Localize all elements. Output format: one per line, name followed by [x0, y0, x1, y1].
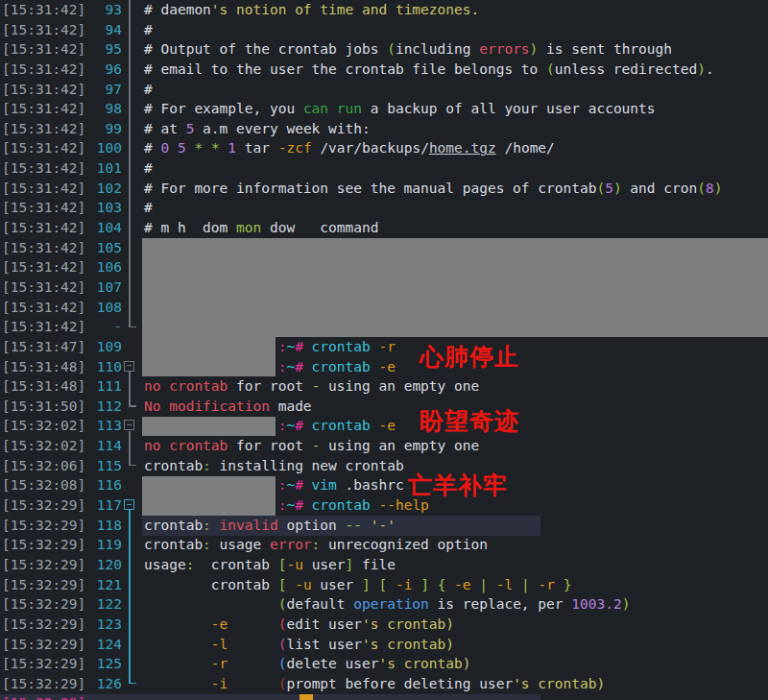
text-segment: --help: [371, 497, 429, 513]
fold-guide-line: [129, 0, 131, 326]
line-content: -r (delete user's crontab): [144, 654, 768, 674]
fold-toggle-icon[interactable]: [124, 499, 134, 510]
text-segment: #: [295, 418, 303, 433]
timestamp: [15:31:42]: [0, 179, 86, 199]
log-row[interactable]: [15:32:02]114no crontab for root - using…: [0, 436, 768, 456]
text-segment: [445, 577, 454, 592]
text-segment: [144, 596, 278, 612]
log-row[interactable]: [15:31:48]111no crontab for root - using…: [0, 376, 768, 397]
fold-toggle-icon[interactable]: [124, 420, 134, 430]
fold-gutter: [122, 298, 144, 318]
log-row[interactable]: [15:32:29]120usage: crontab [-u user] fi…: [0, 555, 768, 575]
log-row[interactable]: [15:32:29]122 (default operation is repl…: [0, 594, 768, 615]
line-number: 107: [86, 278, 122, 298]
text-segment: for root: [228, 378, 311, 394]
text-segment: [488, 577, 496, 592]
text-segment: -u: [295, 577, 311, 592]
line-content: # Output of the crontab jobs (including …: [144, 39, 768, 60]
log-row[interactable]: [15:31:47]109 :~# crontab -r: [0, 337, 768, 357]
log-row[interactable]: [15:31:42]101#: [0, 158, 768, 179]
timestamp: [15:31:42]: [0, 99, 86, 119]
text-segment: -e: [211, 616, 228, 632]
text-segment: # For example, you: [144, 101, 303, 116]
text-segment: [228, 616, 277, 632]
fold-guide-line: [129, 510, 131, 683]
log-row[interactable]: [15:31:50]112No modification made: [0, 397, 768, 417]
text-segment: #: [295, 497, 303, 513]
log-row[interactable]: [15:32:29]125 -r (delete user's crontab): [0, 654, 768, 674]
fold-gutter: [122, 257, 144, 278]
log-row[interactable]: [15:31:42]95# Output of the crontab jobs…: [0, 39, 768, 60]
text-segment: list user: [286, 637, 362, 652]
text-segment: :: [203, 518, 211, 533]
line-number: 112: [86, 397, 122, 417]
text-segment: [429, 577, 438, 592]
text-segment: .: [706, 61, 714, 77]
log-row[interactable]: [15:31:42]94#: [0, 20, 768, 40]
text-segment: No modification: [144, 398, 270, 414]
log-row[interactable]: [15:32:02]113 :~# crontab -e: [0, 416, 768, 436]
text-segment: vim: [303, 477, 337, 493]
line-number: 95: [86, 39, 122, 60]
timestamp: [15:32:29]: [0, 516, 86, 536]
fold-toggle-icon[interactable]: [124, 361, 134, 372]
fold-gutter: [122, 436, 144, 456]
text-segment: *: [211, 140, 220, 156]
line-number: [86, 693, 122, 700]
log-row[interactable]: [15:32:08]116 :~# vim .bashrc: [0, 475, 768, 495]
line-content: #: [144, 80, 768, 100]
line-number: 113: [86, 416, 122, 436]
line-content: -l (list user's crontab): [144, 635, 768, 655]
fold-gutter: [122, 674, 144, 694]
log-row[interactable]: [15:32:29]117 :~# crontab --help: [0, 495, 768, 516]
text-segment: [286, 577, 295, 592]
log-row[interactable]: [15:31:42]99# at 5 a.m every week with:: [0, 119, 768, 139]
text-segment: 's notion of time and timezones.: [211, 2, 479, 17]
fold-guide-line: [129, 372, 131, 406]
text-segment: default: [286, 596, 353, 612]
text-segment: /home/: [496, 140, 555, 156]
line-number: 93: [86, 0, 122, 20]
log-row[interactable]: [15:32:29]126 -i (prompt before deleting…: [0, 674, 768, 694]
text-segment: 5: [605, 181, 613, 196]
log-row[interactable]: [15:31:42]97#: [0, 80, 768, 100]
line-number: 122: [86, 594, 122, 615]
line-number: 125: [86, 654, 122, 674]
log-row[interactable]: [15:32:06]115crontab: installing new cro…: [0, 456, 768, 476]
text-segment: #: [144, 22, 153, 37]
line-content: (default operation is replace, per 1003.…: [144, 594, 768, 615]
log-row[interactable]: [15:31:42]93# daemon's notion of time an…: [0, 0, 768, 20]
log-row[interactable]: [15:31:42]102# For more information see …: [0, 179, 768, 199]
text-segment: [471, 577, 480, 592]
text-segment: 1: [228, 140, 236, 156]
fold-gutter: [122, 495, 144, 516]
text-segment: can run: [303, 101, 362, 116]
text-segment: # Output of the crontab jobs: [144, 41, 387, 57]
log-row[interactable]: [15:31:42]104# m h dom mon dow command: [0, 218, 768, 238]
log-row[interactable]: [15:31:48]110 :~# crontab -e: [0, 357, 768, 377]
line-number: 114: [86, 436, 122, 456]
log-row[interactable]: [15:32:29]119crontab: usage error: unrec…: [0, 535, 768, 555]
text-segment: -r: [538, 577, 554, 592]
log-row[interactable]: [15:32:29]: [0, 693, 768, 700]
timestamp: [15:31:42]: [0, 0, 86, 20]
log-row[interactable]: [15:32:29]123 -e (edit user's crontab): [0, 615, 768, 635]
log-row[interactable]: [15:31:42]100# 0 5 * * 1 tar -zcf /var/b…: [0, 138, 768, 158]
text-segment: tar: [236, 140, 278, 156]
line-number: 126: [86, 674, 122, 694]
log-row[interactable]: [15:31:42]103#: [0, 198, 768, 218]
log-row[interactable]: [15:31:42]98# For example, you can run a…: [0, 99, 768, 119]
text-segment: crontab: [303, 359, 371, 374]
text-segment: user: [312, 577, 362, 592]
fold-gutter: [122, 535, 144, 555]
log-row[interactable]: [15:32:29]124 -l (list user's crontab): [0, 635, 768, 655]
text-segment: edit user: [286, 616, 362, 632]
line-content: # m h dom mon dow command: [144, 218, 768, 238]
text-segment: -e: [454, 577, 470, 592]
timestamp: [15:32:29]: [0, 555, 86, 575]
log-row[interactable]: [15:31:42]96# email to the user the cron…: [0, 60, 768, 80]
log-row[interactable]: [15:32:29]121 crontab [ -u user ] [ -i ]…: [0, 575, 768, 595]
text-segment: [144, 637, 211, 652]
log-row[interactable]: [15:32:29]118crontab: invalid option -- …: [0, 516, 768, 536]
timestamp: [15:31:42]: [0, 20, 86, 40]
